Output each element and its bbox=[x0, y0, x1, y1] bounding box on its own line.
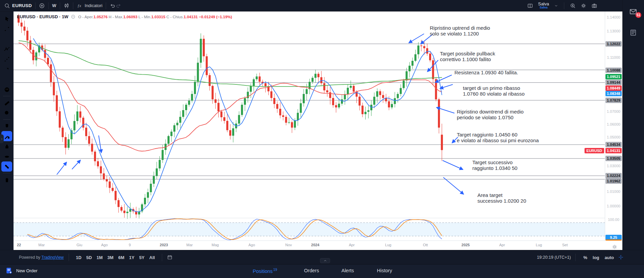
chart-annotation[interactable]: Target possibile pullback correttivo 1.1… bbox=[440, 51, 495, 62]
trend-arrow[interactable] bbox=[409, 34, 424, 43]
ruler-icon[interactable] bbox=[1, 98, 12, 108]
price-label: 1.01000 bbox=[605, 189, 622, 194]
chart-annotation[interactable]: Resistenza 1.0930 40 fallita. bbox=[454, 70, 518, 75]
range-button-all[interactable]: All bbox=[149, 255, 155, 260]
tradingview-link[interactable]: TradingView bbox=[42, 255, 64, 260]
chart-annotation[interactable]: Area target successivo 1.0200 20 bbox=[477, 192, 526, 204]
trend-arrow[interactable] bbox=[435, 75, 452, 82]
price-label: 1.00000 bbox=[605, 203, 622, 209]
right-sidebar: 51 bbox=[622, 0, 644, 264]
trend-line-icon[interactable] bbox=[1, 24, 12, 34]
new-order-button[interactable]: New Order bbox=[5, 267, 38, 274]
chart-annotation[interactable]: target di un primo ribasso 1.0760 80 vio… bbox=[463, 85, 525, 97]
chart-annotation[interactable]: Target raggiunto 1.0450 60 e violato al … bbox=[457, 132, 539, 143]
range-button-1d[interactable]: 1D bbox=[76, 255, 82, 260]
compare-add-icon[interactable] bbox=[39, 3, 45, 9]
quick-search-icon[interactable] bbox=[570, 3, 576, 9]
goto-date-calendar-icon[interactable] bbox=[167, 254, 173, 260]
pattern-icon[interactable] bbox=[1, 44, 12, 54]
fib-retracement-icon[interactable] bbox=[1, 34, 12, 44]
timeframe-button[interactable]: W bbox=[52, 3, 56, 8]
range-button-6m[interactable]: 6M bbox=[118, 255, 124, 260]
time-label: Lug bbox=[536, 243, 542, 247]
cursor-icon[interactable] bbox=[1, 14, 12, 24]
chart-annotation[interactable]: Ripristino downtrend di medio periodo se… bbox=[457, 109, 524, 120]
trend-arrow[interactable] bbox=[57, 162, 67, 175]
price-chart-canvas[interactable] bbox=[14, 11, 605, 241]
redo-icon[interactable] bbox=[116, 3, 122, 9]
oscillator-band bbox=[14, 223, 605, 236]
emoji-icon[interactable] bbox=[1, 84, 12, 95]
trash-icon[interactable] bbox=[1, 175, 12, 185]
arrow-marker-icon[interactable] bbox=[1, 64, 12, 74]
left-panel-expander[interactable] bbox=[0, 134, 4, 143]
snapshot-camera-icon[interactable] bbox=[591, 3, 597, 9]
scale-button-percent[interactable]: % bbox=[583, 255, 587, 260]
chart-area[interactable]: EURUSD · EURUSD · 1W O - Aper.1.05276 H … bbox=[14, 11, 622, 250]
indicators-button[interactable]: ƒx Indicatori bbox=[77, 3, 103, 9]
adjust-scale-icon[interactable] bbox=[618, 254, 624, 260]
tab-positions[interactable]: Positions19 bbox=[253, 268, 277, 274]
price-label: 1.12022 bbox=[605, 41, 622, 47]
save-layout-button[interactable]: Salva Salva bbox=[538, 2, 549, 9]
collapse-panel-handle[interactable] bbox=[320, 258, 330, 263]
range-button-1m[interactable]: 1M bbox=[97, 255, 103, 260]
price-label: 1.06000 bbox=[605, 122, 622, 127]
zoom-in-icon[interactable] bbox=[1, 108, 12, 118]
new-order-label: New Order bbox=[16, 268, 38, 273]
range-button-1y[interactable]: 1Y bbox=[129, 255, 134, 260]
trend-arrow[interactable] bbox=[440, 84, 453, 89]
price-label: 1.03505 bbox=[605, 156, 622, 161]
hide-drawings-icon[interactable] bbox=[1, 151, 12, 161]
trend-arrow[interactable] bbox=[443, 177, 464, 194]
clock-timezone[interactable]: 19:20:19 (UTC+1) bbox=[537, 255, 571, 260]
forecast-icon[interactable] bbox=[1, 54, 12, 64]
trend-arrow[interactable] bbox=[72, 160, 80, 169]
time-axis[interactable]: 22MarGiuAgo92023MarMagAgoNov2024AprLugOt… bbox=[14, 241, 622, 250]
trend-arrow[interactable] bbox=[443, 160, 463, 170]
search-icon bbox=[4, 3, 10, 9]
mail-badge: 51 bbox=[636, 12, 641, 18]
fx-icon: ƒx bbox=[77, 3, 83, 9]
price-label: 1.09144 bbox=[605, 80, 622, 85]
price-axis[interactable]: 1.140001.130001.120221.110001.100881.095… bbox=[605, 11, 622, 241]
tab-history[interactable]: History bbox=[377, 268, 392, 273]
chart-style-icon[interactable] bbox=[64, 3, 70, 9]
scale-button-log[interactable]: log bbox=[593, 255, 599, 260]
price-label: 1.04131 bbox=[605, 148, 622, 153]
magnet-icon[interactable] bbox=[1, 121, 12, 131]
link-drawings-icon[interactable] bbox=[1, 161, 12, 172]
range-button-5d[interactable]: 5D bbox=[86, 255, 92, 260]
ma-slow-line bbox=[19, 41, 442, 87]
time-label: Nov bbox=[285, 243, 292, 247]
legend-label: C - Chius. bbox=[165, 15, 183, 19]
range-button-5y[interactable]: 5Y bbox=[139, 255, 145, 260]
legend-label: H - Max. bbox=[107, 15, 123, 19]
price-label: 1.08348 bbox=[605, 91, 622, 96]
tab-badge: 19 bbox=[273, 268, 277, 272]
chart-annotation[interactable]: Ripristino uptrend di medio solo se viol… bbox=[430, 25, 490, 36]
hide-series-icon[interactable] bbox=[71, 14, 76, 19]
news-icon[interactable] bbox=[629, 28, 638, 36]
settings-gear-icon[interactable] bbox=[580, 3, 587, 9]
price-label: 1.09521 bbox=[605, 74, 622, 79]
powered-by: Powered by TradingView bbox=[19, 255, 64, 260]
tab-orders[interactable]: Orders bbox=[304, 268, 319, 273]
legend-value: 1.06093 bbox=[123, 15, 138, 19]
layout-panes-icon[interactable] bbox=[527, 3, 533, 9]
text-tool-icon[interactable] bbox=[1, 74, 12, 84]
indicator-settings-gear-icon[interactable] bbox=[612, 244, 618, 250]
time-label: 9 bbox=[129, 243, 131, 247]
scale-button-auto[interactable]: auto bbox=[605, 255, 614, 260]
undo-icon[interactable] bbox=[109, 3, 116, 9]
time-label: Ago bbox=[101, 243, 108, 247]
save-chevron-icon[interactable] bbox=[554, 3, 559, 8]
symbol-search[interactable]: EURUSD bbox=[4, 3, 32, 9]
price-label: 1.07829 bbox=[605, 98, 622, 103]
chart-annotation[interactable]: Target successivo raggiunto 1.0340 50 bbox=[472, 159, 517, 171]
range-buttons: 1D5D1M3M6M1Y5YAll bbox=[74, 254, 157, 260]
symbol-name: EURUSD bbox=[12, 3, 32, 8]
range-button-3m[interactable]: 3M bbox=[107, 255, 114, 260]
tab-alerts[interactable]: Alerts bbox=[341, 268, 354, 273]
pane-separator[interactable] bbox=[14, 218, 622, 218]
